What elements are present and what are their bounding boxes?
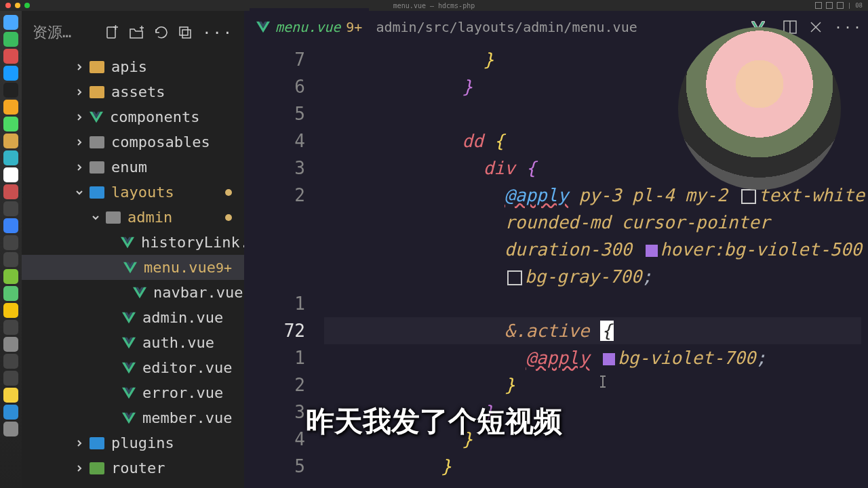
- folder-icon: [90, 86, 104, 98]
- dock-app-icon[interactable]: [3, 388, 18, 403]
- dock-app-icon[interactable]: [3, 184, 18, 199]
- tree-item-menu-vue[interactable]: menu.vue9+: [22, 255, 244, 280]
- folder-icon: [90, 462, 104, 474]
- dock-app-icon[interactable]: [3, 201, 18, 216]
- vue-icon: [122, 312, 136, 324]
- tree-item-label: components: [110, 108, 199, 125]
- modified-dot: [225, 214, 232, 221]
- breadcrumb[interactable]: admin/src/layouts/admin/menu.vue: [376, 19, 637, 35]
- tree-item-label: navbar.vue: [153, 284, 243, 301]
- vue-icon: [122, 387, 136, 399]
- video-subtitle: 昨天我发了个短视频: [0, 403, 868, 441]
- tree-item-historyLink-vue[interactable]: historyLink.vue: [22, 230, 244, 255]
- tab-menu-vue[interactable]: menu.vue 9+: [250, 8, 369, 46]
- dock-app-icon[interactable]: [3, 167, 18, 182]
- vue-icon: [133, 287, 146, 299]
- dock-app-icon[interactable]: [3, 49, 18, 64]
- vue-icon: [256, 21, 270, 33]
- vue-icon: [122, 362, 136, 374]
- chevron-down-icon[interactable]: [73, 186, 85, 199]
- close-icon[interactable]: [808, 20, 823, 35]
- tree-item-label: error.vue: [142, 384, 223, 401]
- tree-item-assets[interactable]: assets: [22, 79, 244, 104]
- folder-icon: [90, 61, 104, 73]
- tree-item-label: menu.vue: [144, 259, 216, 276]
- dock-app-icon[interactable]: [3, 320, 18, 335]
- tree-item-label: enum: [111, 159, 147, 176]
- folder-icon: [90, 161, 104, 174]
- chevron-right-icon[interactable]: [73, 161, 85, 174]
- svg-rect-6: [182, 30, 191, 38]
- folder-icon: [106, 211, 121, 224]
- tree-item-label: router: [111, 460, 165, 476]
- chevron-right-icon[interactable]: [73, 111, 85, 123]
- modified-badge: 9+: [216, 260, 232, 276]
- collapse-icon[interactable]: [178, 25, 193, 40]
- vue-icon: [121, 237, 134, 249]
- dock-app-icon[interactable]: [3, 32, 18, 47]
- chevron-right-icon[interactable]: [73, 462, 85, 474]
- webcam-overlay: [678, 27, 841, 190]
- vue-icon: [122, 337, 136, 349]
- refresh-icon[interactable]: [153, 25, 168, 40]
- tree-item-enum[interactable]: enum: [22, 155, 244, 180]
- tree-item-components[interactable]: components: [22, 104, 244, 129]
- tree-item-navbar-vue[interactable]: navbar.vue: [22, 280, 244, 305]
- dock-app-icon[interactable]: [3, 100, 18, 115]
- vue-icon: [123, 262, 137, 274]
- folder-icon: [90, 136, 104, 148]
- chevron-right-icon[interactable]: [73, 136, 85, 148]
- folder-icon: [90, 186, 104, 199]
- tree-item-label: auth.vue: [142, 334, 214, 351]
- dock-app-icon[interactable]: [3, 337, 18, 352]
- more-icon[interactable]: ···: [202, 24, 233, 41]
- dock-app-icon[interactable]: [3, 371, 18, 386]
- text-cursor: [602, 375, 604, 388]
- tree-item-composables[interactable]: composables: [22, 129, 244, 155]
- more-icon[interactable]: ···: [834, 19, 863, 35]
- tree-item-label: assets: [111, 83, 165, 100]
- tree-item-label: admin: [127, 209, 172, 226]
- titlebar-right: | 08: [815, 2, 863, 9]
- modified-dot: [225, 189, 232, 196]
- chevron-right-icon[interactable]: [73, 86, 85, 98]
- dock-app-icon[interactable]: [3, 134, 18, 148]
- new-folder-icon[interactable]: [129, 25, 144, 40]
- titlebar: menu.vue — hdcms-php | 08: [0, 0, 868, 11]
- dock-app-icon[interactable]: [3, 150, 18, 165]
- chevron-right-icon[interactable]: [73, 61, 85, 73]
- dock-app-icon[interactable]: [3, 218, 18, 233]
- tree-item-admin-vue[interactable]: admin.vue: [22, 305, 244, 330]
- tree-item-apis[interactable]: apis: [22, 54, 244, 79]
- tab-name: menu.vue: [275, 19, 340, 35]
- tree-item-label: layouts: [111, 184, 174, 201]
- dock-app-icon[interactable]: [3, 354, 18, 369]
- explorer-title: 资源…: [33, 22, 71, 43]
- tree-item-admin[interactable]: admin: [22, 205, 244, 230]
- dock-app-icon[interactable]: [3, 15, 18, 30]
- window-title: menu.vue — hdcms-php: [0, 2, 868, 9]
- tree-item-label: editor.vue: [142, 359, 232, 376]
- tree-item-error-vue[interactable]: error.vue: [22, 380, 244, 405]
- tree-item-label: apis: [111, 58, 147, 75]
- tree-item-label: historyLink.vue: [141, 234, 244, 251]
- svg-rect-5: [180, 27, 188, 35]
- dock-app-icon[interactable]: [3, 303, 18, 318]
- vue-icon: [90, 111, 103, 123]
- dock-app-icon[interactable]: [3, 235, 18, 250]
- tree-item-label: admin.vue: [142, 309, 223, 326]
- tree-item-auth-vue[interactable]: auth.vue: [22, 330, 244, 355]
- tree-item-layouts[interactable]: layouts: [22, 180, 244, 205]
- dock-app-icon[interactable]: [3, 83, 18, 98]
- tree-item-label: composables: [111, 134, 210, 150]
- dock-app-icon[interactable]: [3, 252, 18, 267]
- tree-item-editor-vue[interactable]: editor.vue: [22, 355, 244, 380]
- chevron-down-icon[interactable]: [90, 211, 102, 224]
- dock-app-icon[interactable]: [3, 117, 18, 131]
- new-file-icon[interactable]: [104, 25, 119, 40]
- dock-app-icon[interactable]: [3, 286, 18, 301]
- svg-rect-0: [107, 27, 115, 38]
- tree-item-router[interactable]: router: [22, 455, 244, 481]
- dock-app-icon[interactable]: [3, 66, 18, 81]
- dock-app-icon[interactable]: [3, 269, 18, 284]
